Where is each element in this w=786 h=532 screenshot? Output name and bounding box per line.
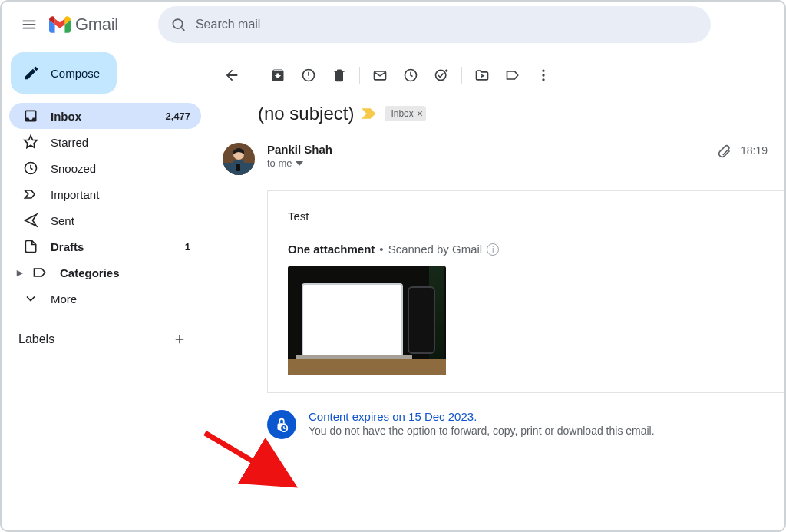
- tag-icon: [32, 265, 48, 280]
- spam-icon: [301, 68, 316, 83]
- report-spam-button[interactable]: [293, 60, 324, 91]
- clock-icon: [23, 160, 38, 176]
- svg-point-13: [542, 74, 544, 76]
- svg-point-0: [173, 19, 182, 28]
- plus-icon: [173, 332, 187, 346]
- sender-info: Pankil Shah to me: [267, 143, 332, 169]
- scanned-by-label: Scanned by Gmail: [388, 243, 483, 256]
- message-toolbar: [209, 52, 784, 92]
- remove-chip-icon[interactable]: ×: [417, 107, 423, 120]
- sidebar-item-starred[interactable]: Starred: [9, 129, 201, 155]
- file-icon: [23, 239, 38, 254]
- sidebar-item-sent[interactable]: Sent: [9, 207, 201, 233]
- app-brand-text: Gmail: [75, 15, 118, 35]
- main-menu-button[interactable]: [12, 8, 46, 41]
- svg-rect-19: [236, 164, 240, 171]
- sidebar-item-label: Inbox: [51, 110, 81, 123]
- more-vert-icon: [536, 68, 551, 83]
- sidebar-item-categories[interactable]: ▸ Categories: [9, 259, 201, 286]
- clock-icon: [403, 68, 418, 83]
- message-body-text: Test: [268, 191, 784, 243]
- trash-icon: [332, 68, 347, 83]
- message-pane: (no subject) Inbox × Pankil Shah: [209, 48, 784, 530]
- svg-marker-2: [25, 136, 38, 148]
- more-actions-button[interactable]: [528, 60, 559, 91]
- message-subject: (no subject): [258, 103, 354, 124]
- move-to-button[interactable]: [467, 60, 497, 91]
- sender-row: Pankil Shah to me 18:19: [209, 124, 784, 175]
- confidential-text: Content expires on 15 Dec 2023. You do n…: [309, 410, 655, 437]
- svg-point-12: [542, 70, 544, 72]
- confidential-restrictions-line: You do not have the option to forward, c…: [309, 425, 655, 437]
- gmail-icon: [49, 16, 71, 33]
- tag-icon: [505, 68, 520, 83]
- arrow-left-icon: [223, 67, 240, 84]
- sidebar: Compose Inbox 2,477 Starred Snoozed Impo…: [2, 48, 209, 530]
- confidential-icon: [267, 410, 296, 439]
- mark-unread-button[interactable]: [365, 60, 395, 91]
- sidebar-item-drafts[interactable]: Drafts 1: [9, 233, 201, 259]
- labels-heading-row: Labels: [9, 312, 201, 350]
- sidebar-item-label: More: [51, 292, 77, 306]
- importance-icon: [23, 187, 38, 202]
- compose-button[interactable]: Compose: [11, 52, 117, 94]
- info-icon[interactable]: i: [487, 243, 499, 256]
- message-meta: 18:19: [716, 143, 768, 158]
- attachment-icon: [716, 143, 732, 158]
- sidebar-item-snoozed[interactable]: Snoozed: [9, 155, 201, 181]
- attachment-header: One attachment • Scanned by Gmail i: [268, 243, 784, 262]
- archive-button[interactable]: [263, 60, 293, 91]
- inbox-count: 2,477: [165, 111, 190, 122]
- add-label-button[interactable]: [169, 329, 190, 350]
- sidebar-item-label: Starred: [51, 136, 88, 149]
- pencil-icon: [23, 64, 40, 81]
- sidebar-item-label: Snoozed: [51, 162, 96, 175]
- caret-down-icon: [296, 160, 303, 167]
- sidebar-item-label: Categories: [60, 266, 120, 279]
- sidebar-item-more[interactable]: More: [9, 286, 201, 312]
- labels-button[interactable]: [497, 60, 528, 91]
- folder-chip-label: Inbox: [391, 108, 413, 119]
- avatar-image: [223, 143, 255, 175]
- chevron-down-icon: [23, 291, 38, 306]
- message-body-card: Test One attachment • Scanned by Gmail i: [267, 190, 784, 393]
- sidebar-item-label: Sent: [51, 214, 74, 227]
- app-logo[interactable]: Gmail: [49, 15, 118, 35]
- delete-button[interactable]: [324, 60, 355, 91]
- mail-unread-icon: [372, 68, 388, 83]
- sidebar-item-important[interactable]: Important: [9, 181, 201, 207]
- hamburger-icon: [21, 16, 38, 33]
- labels-heading: Labels: [18, 332, 54, 346]
- archive-icon: [270, 68, 286, 83]
- add-to-tasks-button[interactable]: [426, 60, 457, 91]
- folder-chip[interactable]: Inbox ×: [385, 106, 426, 121]
- sender-name[interactable]: Pankil Shah: [267, 143, 332, 156]
- svg-line-1: [181, 28, 184, 31]
- inbox-icon: [23, 108, 38, 124]
- app-header: Gmail: [2, 2, 784, 48]
- message-time: 18:19: [741, 144, 768, 157]
- caret-icon: ▸: [17, 266, 23, 279]
- recipient-line[interactable]: to me: [267, 157, 332, 169]
- folder-move-icon: [474, 68, 490, 83]
- sidebar-item-label: Drafts: [51, 240, 84, 253]
- snooze-button[interactable]: [395, 60, 426, 91]
- compose-label: Compose: [51, 67, 100, 80]
- star-icon: [23, 134, 38, 150]
- attachment-thumbnail[interactable]: [288, 266, 446, 375]
- search-bar[interactable]: [158, 6, 711, 43]
- sidebar-item-label: Important: [51, 188, 99, 201]
- svg-point-14: [542, 78, 544, 81]
- svg-point-9: [436, 70, 446, 80]
- sidebar-item-inbox[interactable]: Inbox 2,477: [9, 103, 201, 129]
- confidential-expiry-line: Content expires on 15 Dec 2023.: [309, 410, 655, 423]
- sender-avatar[interactable]: [223, 143, 255, 175]
- drafts-count: 1: [185, 241, 190, 253]
- toolbar-separator: [359, 67, 360, 84]
- search-input[interactable]: [196, 18, 698, 31]
- confidential-mode-banner: Content expires on 15 Dec 2023. You do n…: [267, 410, 784, 447]
- lock-clock-icon: [273, 416, 290, 433]
- back-button[interactable]: [216, 60, 247, 91]
- toolbar-separator: [461, 67, 462, 84]
- importance-marker-icon[interactable]: [362, 107, 377, 120]
